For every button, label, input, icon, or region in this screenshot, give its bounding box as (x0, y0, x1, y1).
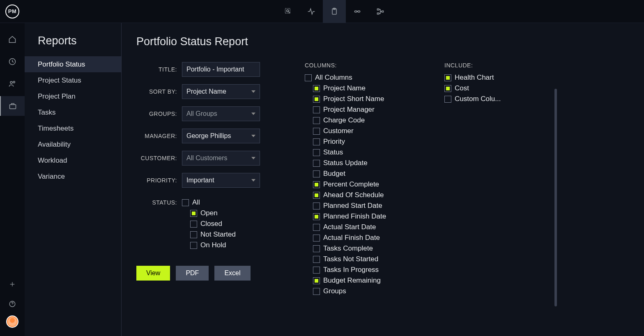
svg-rect-5 (354, 11, 357, 12)
checkbox-icon[interactable] (313, 288, 320, 295)
link-icon[interactable] (346, 0, 369, 23)
home-icon[interactable] (0, 30, 25, 49)
status-option-open[interactable]: Open (190, 209, 236, 217)
status-option-all[interactable]: All (182, 198, 236, 207)
checkbox-label: Customer (323, 127, 354, 135)
svg-rect-6 (358, 11, 360, 12)
checkbox-icon[interactable] (313, 203, 320, 209)
checkbox-icon[interactable] (313, 181, 320, 188)
checkbox-label: Charge Code (323, 116, 365, 124)
checkbox-icon[interactable] (444, 96, 451, 103)
include-option-custom-colu-[interactable]: Custom Colu... (444, 95, 527, 103)
column-option-project-manager[interactable]: Project Manager (313, 106, 412, 114)
checkbox-icon[interactable] (313, 235, 320, 242)
sidebar-item-availability[interactable]: Availability (25, 136, 121, 152)
zoom-icon[interactable] (277, 0, 300, 23)
column-option-actual-start-date[interactable]: Actual Start Date (313, 223, 412, 231)
status-option-not-started[interactable]: Not Started (190, 230, 236, 239)
checkbox-icon[interactable] (313, 96, 320, 103)
avatar[interactable] (6, 315, 18, 328)
excel-button[interactable]: Excel (214, 266, 250, 281)
customer-select[interactable]: All Customers (182, 151, 260, 166)
column-option-project-name[interactable]: Project Name (313, 84, 412, 92)
checkbox-label: Project Manager (323, 106, 375, 114)
include-option-cost[interactable]: Cost (444, 84, 527, 92)
checkbox-icon[interactable] (313, 160, 320, 167)
sidebar-item-project-plan[interactable]: Project Plan (25, 88, 121, 104)
column-option-planned-finish-date[interactable]: Planned Finish Date (313, 212, 412, 221)
logo[interactable]: PM (0, 5, 25, 18)
checkbox-icon[interactable] (190, 242, 197, 249)
column-option-budget-remaining[interactable]: Budget Remaining (313, 276, 412, 285)
checkbox-icon[interactable] (313, 267, 320, 274)
pdf-button[interactable]: PDF (176, 266, 209, 281)
svg-rect-14 (10, 105, 16, 109)
checkbox-icon[interactable] (313, 138, 320, 145)
column-option-priority[interactable]: Priority (313, 138, 412, 146)
checkbox-label: All Columns (315, 74, 352, 82)
column-option-status-update[interactable]: Status Update (313, 159, 412, 167)
groups-select[interactable]: All Groups (182, 106, 260, 121)
sidebar-item-tasks[interactable]: Tasks (25, 104, 121, 120)
flow-icon[interactable] (369, 0, 392, 23)
checkbox-icon[interactable] (313, 213, 320, 220)
activity-icon[interactable] (300, 0, 323, 23)
checkbox-icon[interactable] (313, 192, 320, 199)
label-status: STATUS: (136, 199, 177, 206)
manager-select[interactable]: George Phillips (182, 129, 260, 143)
clipboard-icon[interactable] (323, 0, 346, 23)
checkbox-icon[interactable] (444, 74, 451, 81)
checkbox-icon[interactable] (313, 106, 320, 113)
sidebar-item-portfolio-status[interactable]: Portfolio Status (25, 56, 121, 72)
checkbox-icon[interactable] (313, 245, 320, 252)
help-icon[interactable] (0, 296, 25, 312)
column-option-tasks-in-progress[interactable]: Tasks In Progress (313, 266, 412, 274)
clock-icon[interactable] (0, 52, 25, 71)
column-option-planned-start-date[interactable]: Planned Start Date (313, 202, 412, 210)
column-option-tasks-not-started[interactable]: Tasks Not Started (313, 255, 412, 263)
checkbox-icon[interactable] (313, 128, 320, 135)
view-button[interactable]: View (136, 266, 170, 281)
checkbox-icon[interactable] (305, 74, 312, 81)
label-sort-by: SORT BY: (136, 88, 177, 95)
people-icon[interactable] (0, 74, 25, 94)
column-option-project-short-name[interactable]: Project Short Name (313, 95, 412, 103)
checkbox-icon[interactable] (313, 149, 320, 156)
scrollbar[interactable] (554, 89, 557, 306)
chevron-down-icon (251, 157, 255, 159)
column-option-tasks-complete[interactable]: Tasks Complete (313, 244, 412, 253)
checkbox-icon[interactable] (313, 117, 320, 124)
status-option-closed[interactable]: Closed (190, 220, 236, 228)
checkbox-icon[interactable] (444, 85, 451, 92)
include-option-health-chart[interactable]: Health Chart (444, 74, 527, 82)
plus-icon[interactable] (0, 276, 25, 292)
priority-select[interactable]: Important (182, 173, 260, 188)
svg-rect-10 (382, 11, 383, 12)
checkbox-icon[interactable] (313, 277, 320, 284)
sidebar-item-workload[interactable]: Workload (25, 152, 121, 168)
checkbox-icon[interactable] (182, 199, 189, 206)
column-option-actual-finish-date[interactable]: Actual Finish Date (313, 234, 412, 242)
status-option-on-hold[interactable]: On Hold (190, 241, 236, 249)
column-option-charge-code[interactable]: Charge Code (313, 116, 412, 124)
checkbox-icon[interactable] (313, 170, 320, 177)
column-option-all-columns[interactable]: All Columns (305, 74, 412, 82)
checkbox-icon[interactable] (313, 256, 320, 263)
checkbox-icon[interactable] (313, 224, 320, 231)
title-input[interactable] (182, 62, 260, 77)
checkbox-icon[interactable] (190, 221, 197, 228)
column-option-groups[interactable]: Groups (313, 287, 412, 295)
checkbox-icon[interactable] (190, 231, 197, 238)
sidebar-item-project-status[interactable]: Project Status (25, 72, 121, 88)
checkbox-icon[interactable] (313, 85, 320, 92)
sidebar-item-timesheets[interactable]: Timesheets (25, 120, 121, 136)
checkbox-icon[interactable] (190, 210, 197, 217)
column-option-status[interactable]: Status (313, 148, 412, 156)
column-option-percent-complete[interactable]: Percent Complete (313, 180, 412, 189)
briefcase-icon[interactable] (0, 96, 25, 116)
sidebar-item-variance[interactable]: Variance (25, 168, 121, 184)
sort-by-select[interactable]: Project Name (182, 84, 260, 99)
column-option-ahead-of-schedule[interactable]: Ahead Of Schedule (313, 191, 412, 199)
column-option-budget[interactable]: Budget (313, 170, 412, 178)
column-option-customer[interactable]: Customer (313, 127, 412, 135)
